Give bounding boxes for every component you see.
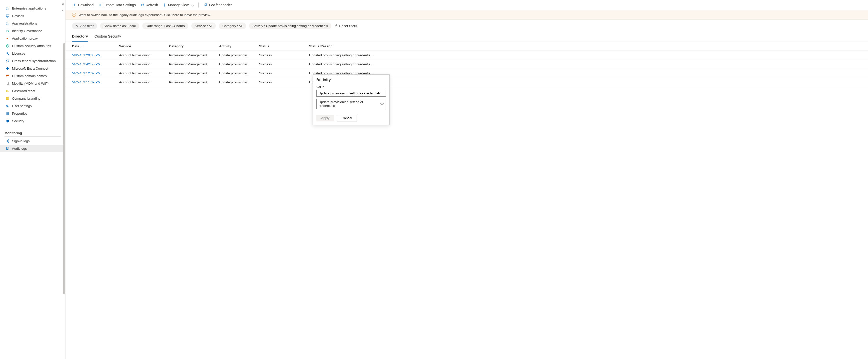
cancel-button[interactable]: Cancel: [337, 115, 357, 121]
refresh-button[interactable]: Refresh: [140, 2, 159, 8]
audit-log-table-wrap: Date Service Category Activity Status St…: [65, 42, 868, 359]
cell-category: ProvisioningManagement: [165, 60, 216, 69]
sidebar-item-custom-domain-names[interactable]: Custom domain names: [0, 72, 65, 80]
svg-point-26: [164, 4, 165, 5]
col-date[interactable]: Date: [65, 42, 116, 51]
cell-category: ProvisioningManagement: [165, 69, 216, 78]
sidebar-item-password-reset[interactable]: Password reset: [0, 87, 65, 94]
activity-value-input[interactable]: [316, 90, 386, 96]
sidebar-item-custom-security-attributes[interactable]: Custom security attributes: [0, 42, 65, 50]
sidebar-item-application-proxy[interactable]: Application proxy: [0, 34, 65, 42]
sidebar-item-label: Company branding: [12, 96, 40, 101]
cell-activity: Update provisioning set…: [216, 69, 255, 78]
table-row[interactable]: 5/8/24, 1:20:38 PMAccount ProvisioningPr…: [65, 51, 868, 60]
cell-date[interactable]: 5/7/24, 3:42:50 PM: [65, 60, 116, 69]
preview-banner[interactable]: Want to switch back to the legacy audit …: [65, 10, 868, 20]
reset-filters-button[interactable]: Reset filters: [334, 24, 357, 28]
manage-view-button[interactable]: Manage view: [162, 2, 194, 8]
feedback-button[interactable]: Got feedback?: [203, 2, 232, 8]
sidebar-item-microsoft-entra-connect[interactable]: Microsoft Entra Connect: [0, 64, 65, 72]
sidebar-item-label: Audit logs: [12, 147, 27, 150]
sidebar-item-label: Mobility (MDM and WIP): [12, 82, 49, 85]
tab-custom-security[interactable]: Custom Security: [95, 32, 121, 42]
cell-status: Success: [255, 60, 306, 69]
filter-pill-category[interactable]: Category : All: [219, 23, 246, 29]
sidebar-divider: [4, 136, 61, 137]
grid-icon: [5, 21, 9, 25]
cell-reason: Updated provisioning setting or credenti…: [306, 60, 868, 69]
signin-icon: [5, 139, 9, 143]
sidebar-scrollbar[interactable]: [63, 0, 65, 359]
tab-directory[interactable]: Directory: [72, 32, 88, 42]
sidebar-section-monitoring[interactable]: Monitoring: [0, 129, 65, 136]
svg-rect-19: [6, 97, 7, 100]
col-activity[interactable]: Activity: [216, 42, 255, 51]
col-status-reason[interactable]: Status Reason: [306, 42, 868, 51]
popover-value-label: Value: [316, 85, 386, 89]
sidebar-item-devices[interactable]: Devices: [0, 12, 65, 20]
col-category[interactable]: Category: [165, 42, 216, 51]
table-row[interactable]: 5/7/24, 3:12:02 PMAccount ProvisioningPr…: [65, 69, 868, 78]
chevron-down-icon: [190, 3, 193, 7]
cell-status: Success: [255, 78, 306, 87]
sidebar-item-enterprise-applications[interactable]: Enterprise applications: [0, 4, 65, 12]
sidebar-scrollbar-thumb[interactable]: [63, 43, 65, 295]
license-icon: [5, 51, 9, 55]
domain-icon: [5, 74, 9, 78]
table-row[interactable]: 5/7/24, 3:42:50 PMAccount ProvisioningPr…: [65, 60, 868, 69]
sidebar-item-label: Password reset: [12, 89, 35, 93]
cell-status: Success: [255, 69, 306, 78]
sidebar-item-security[interactable]: Security: [0, 117, 65, 125]
svg-rect-18: [8, 91, 9, 92]
cell-status: Success: [255, 51, 306, 60]
mobile-icon: [5, 81, 9, 85]
filter-pill-activity[interactable]: Activity : Update provisioning setting o…: [249, 23, 332, 29]
sidebar-item-mobility-mdm-and-wip[interactable]: Mobility (MDM and WIP): [0, 80, 65, 87]
table-row[interactable]: 5/7/24, 3:11:39 PMAccount ProvisioningPr…: [65, 78, 868, 87]
sidebar-item-licenses[interactable]: Licenses: [0, 50, 65, 57]
svg-rect-21: [8, 97, 9, 100]
feedback-icon: [204, 3, 208, 7]
download-icon: [72, 3, 76, 7]
filter-pill-service[interactable]: Service : All: [191, 23, 216, 29]
sidebar-item-cross-tenant-synchronization[interactable]: Cross-tenant synchronization: [0, 57, 65, 64]
sidebar-item-company-branding[interactable]: Company branding: [0, 94, 65, 102]
sidebar-item-user-settings[interactable]: User settings: [0, 102, 65, 110]
filter-pill-daterange[interactable]: Date range: Last 24 hours: [142, 23, 188, 29]
add-filter-button[interactable]: Add filter: [72, 23, 97, 29]
diamond-icon: [5, 66, 9, 70]
svg-point-25: [99, 4, 100, 5]
col-status[interactable]: Status: [255, 42, 306, 51]
user-gear-icon: [5, 104, 9, 108]
col-service[interactable]: Service: [116, 42, 165, 51]
filter-pill-dates[interactable]: Show dates as: Local: [100, 23, 139, 29]
svg-point-23: [8, 106, 9, 107]
cell-service: Account Provisioning: [116, 51, 165, 60]
download-button[interactable]: Download: [72, 2, 94, 8]
cell-date[interactable]: 5/7/24, 3:12:02 PM: [65, 69, 116, 78]
svg-rect-8: [8, 24, 9, 25]
cell-date[interactable]: 5/8/24, 1:20:38 PM: [65, 51, 116, 60]
activity-value-select[interactable]: Update provisioning setting or credentia…: [316, 99, 386, 109]
sidebar-item-audit-logs[interactable]: Audit logs: [0, 145, 65, 152]
sidebar-item-properties[interactable]: Properties: [0, 110, 65, 117]
export-settings-button[interactable]: Export Data Settings: [97, 2, 136, 8]
cell-date[interactable]: 5/7/24, 3:11:39 PM: [65, 78, 116, 87]
monitor-icon: [5, 14, 9, 18]
svg-rect-3: [8, 9, 9, 10]
sidebar-item-identity-governance[interactable]: Identity Governance: [0, 27, 65, 34]
sidebar: « ▲ Enterprise applicationsDevicesApp re…: [0, 0, 65, 359]
manage-view-label: Manage view: [168, 3, 189, 7]
svg-rect-12: [8, 38, 9, 39]
sidebar-item-app-registrations[interactable]: App registrations: [0, 20, 65, 27]
sidebar-item-sign-in-logs[interactable]: Sign-in logs: [0, 137, 65, 145]
sidebar-item-label: Devices: [12, 14, 24, 18]
sidebar-item-label: Cross-tenant synchronization: [12, 59, 56, 63]
cell-activity: Update provisioning set…: [216, 51, 255, 60]
gear-icon: [98, 3, 102, 7]
svg-rect-0: [6, 7, 7, 8]
svg-point-10: [7, 31, 7, 31]
sidebar-item-label: Enterprise applications: [12, 6, 46, 10]
svg-rect-14: [6, 75, 9, 77]
export-settings-label: Export Data Settings: [103, 3, 135, 7]
